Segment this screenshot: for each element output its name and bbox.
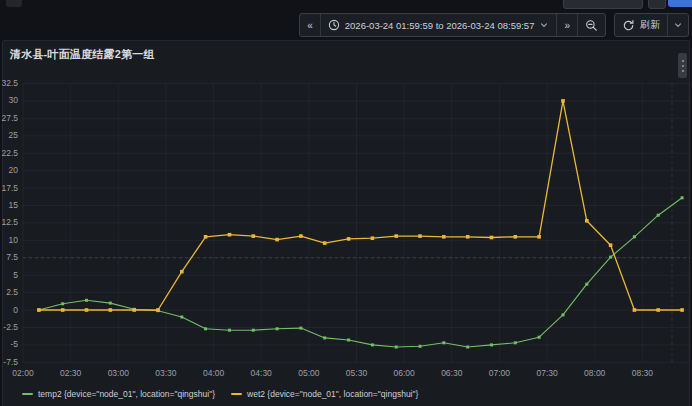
data-point [394, 234, 398, 238]
y-tick-label: -2.5 [0, 323, 18, 332]
data-point [466, 346, 469, 349]
data-point [681, 196, 684, 199]
data-point [276, 327, 279, 330]
x-tick-label: 03:30 [149, 368, 183, 378]
y-tick-label: -7.5 [0, 358, 18, 367]
x-tick-label: 05:00 [292, 368, 326, 378]
data-point [657, 214, 660, 217]
data-point [323, 241, 327, 245]
data-point [109, 308, 113, 312]
x-tick-label: 02:30 [54, 368, 88, 378]
y-tick-label: -5 [0, 340, 18, 349]
y-tick-label: 12.5 [0, 218, 18, 227]
x-tick-label: 08:00 [578, 368, 612, 378]
data-point [228, 329, 231, 332]
data-point [371, 343, 374, 346]
data-point [180, 270, 184, 274]
legend-series-mark [231, 393, 242, 395]
data-point [299, 234, 303, 238]
y-tick-label: 25 [0, 131, 18, 140]
y-tick-label: 7.5 [0, 253, 18, 262]
data-point [37, 308, 41, 312]
x-tick-label: 03:00 [101, 368, 135, 378]
data-point [418, 234, 422, 238]
x-tick-label: 08:30 [625, 368, 659, 378]
data-point [680, 308, 684, 312]
data-point [585, 283, 588, 286]
data-point [347, 237, 351, 241]
data-point [156, 308, 160, 312]
y-tick-label: 22.5 [0, 149, 18, 158]
data-point [514, 235, 518, 239]
x-tick-label: 05:30 [340, 368, 374, 378]
data-point [323, 336, 326, 339]
x-tick-label: 06:00 [387, 368, 421, 378]
y-tick-label: 30 [0, 96, 18, 105]
data-point [371, 236, 375, 240]
x-tick-label: 06:30 [435, 368, 469, 378]
data-point [633, 308, 637, 312]
y-tick-label: 20 [0, 166, 18, 175]
legend-item[interactable]: wet2 {device="node_01", location="qingsh… [231, 389, 418, 399]
x-tick-label: 07:00 [482, 368, 516, 378]
data-point [252, 329, 255, 332]
data-point [204, 327, 207, 330]
data-point [180, 316, 183, 319]
data-point [228, 233, 232, 237]
x-tick-label: 02:00 [6, 368, 40, 378]
data-point [132, 308, 136, 312]
y-tick-label: 32.5 [0, 79, 18, 88]
y-tick-label: 17.5 [0, 184, 18, 193]
data-point [609, 256, 612, 259]
y-tick-label: 10 [0, 236, 18, 245]
legend-item[interactable]: temp2 {device="node_01", location="qings… [22, 389, 215, 399]
data-point [61, 302, 64, 305]
y-tick-label: 27.5 [0, 114, 18, 123]
data-point [204, 235, 208, 239]
data-point [419, 345, 422, 348]
data-point [633, 235, 636, 238]
legend-series-label: wet2 {device="node_01", location="qingsh… [247, 389, 418, 399]
data-point [490, 236, 494, 240]
x-tick-label: 07:30 [530, 368, 564, 378]
data-point [61, 308, 65, 312]
data-point [347, 339, 350, 342]
data-point [562, 313, 565, 316]
x-tick-label: 04:30 [244, 368, 278, 378]
data-point [299, 327, 302, 330]
data-point [537, 235, 541, 239]
y-tick-label: 5 [0, 271, 18, 280]
data-point [85, 308, 89, 312]
data-point [275, 238, 279, 242]
y-tick-label: 15 [0, 201, 18, 210]
data-point [466, 235, 470, 239]
data-point [85, 299, 88, 302]
chart-legend: temp2 {device="node_01", location="qings… [22, 389, 418, 399]
data-point [585, 219, 589, 223]
data-point [538, 336, 541, 339]
grafana-dashboard: « 2026-03-24 01:59:59 to 2026-03-24 08:5… [0, 0, 692, 406]
data-point [109, 302, 112, 305]
data-point [442, 235, 446, 239]
y-tick-label: 0 [0, 306, 18, 315]
data-point [609, 243, 613, 247]
legend-series-mark [22, 393, 33, 395]
data-point [395, 346, 398, 349]
legend-series-label: temp2 {device="node_01", location="qings… [38, 389, 215, 399]
data-point [252, 234, 256, 238]
data-point [490, 343, 493, 346]
chart-canvas[interactable] [0, 0, 692, 406]
data-point [442, 341, 445, 344]
x-tick-label: 04:00 [197, 368, 231, 378]
data-point [656, 308, 660, 312]
data-point [514, 341, 517, 344]
y-tick-label: 2.5 [0, 288, 18, 297]
data-point [561, 99, 565, 103]
